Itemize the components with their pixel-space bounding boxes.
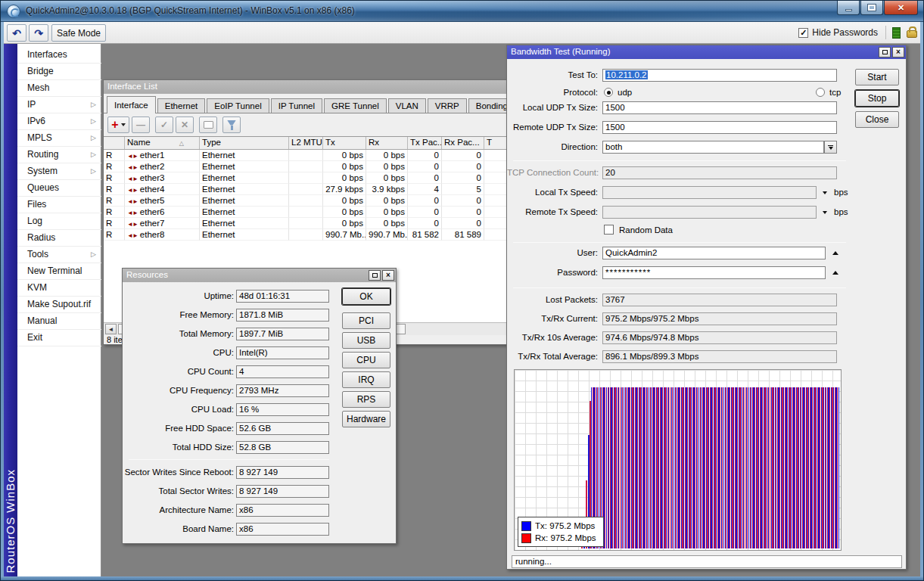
column-tx-packets[interactable]: Tx Pac...: [408, 137, 442, 149]
tab-ethernet[interactable]: Ethernet: [157, 98, 205, 113]
maximize-button[interactable]: [860, 1, 883, 15]
remove-button[interactable]: —: [132, 117, 150, 133]
rps-button[interactable]: RPS: [342, 391, 390, 408]
chevron-down-icon: [829, 147, 833, 150]
table-row[interactable]: R ◄►ether6 Ethernet 0 bps 0 bps 0 0: [104, 207, 523, 218]
sidebar-item-files[interactable]: Files: [17, 197, 101, 213]
comment-button[interactable]: [199, 117, 217, 133]
sidebar-item-exit[interactable]: Exit: [17, 330, 101, 346]
column-tx[interactable]: Tx: [323, 137, 366, 149]
stop-button[interactable]: Stop: [855, 90, 899, 107]
local-udp-size-input[interactable]: 1500: [602, 101, 837, 114]
hide-passwords-checkbox[interactable]: ✓: [798, 28, 808, 38]
filter-button[interactable]: [222, 117, 241, 133]
sidebar-item-routing[interactable]: Routing▷: [17, 147, 101, 163]
disable-button[interactable]: ✕: [176, 117, 194, 133]
sidebar-item-ip[interactable]: IP▷: [17, 97, 101, 113]
random-data-checkbox[interactable]: [604, 225, 614, 235]
tab-vlan[interactable]: VLAN: [388, 98, 426, 113]
main-titlebar[interactable]: QuickAdmin2@10.3.0.18 (BGP QuickStream I…: [1, 1, 924, 22]
hardware-button[interactable]: Hardware: [342, 411, 390, 427]
direction-dropdown-button[interactable]: [824, 141, 837, 154]
interface-list-tabs: Interface Ethernet EoIP Tunnel IP Tunnel…: [104, 95, 523, 113]
bandwidth-test-window: Bandwidth Test (Running) × Test To: 10.2…: [506, 45, 907, 570]
irq-button[interactable]: IRQ: [342, 371, 390, 388]
ok-button[interactable]: OK: [342, 288, 390, 305]
password-collapse-icon[interactable]: [832, 271, 838, 275]
sidebar-item-mpls[interactable]: MPLS▷: [17, 130, 101, 147]
sidebar-item-tools[interactable]: Tools▷: [17, 247, 101, 263]
close-button[interactable]: Close: [855, 111, 899, 128]
minimize-button[interactable]: [837, 1, 860, 15]
remote-tx-speed-input: [602, 206, 817, 219]
user-collapse-icon[interactable]: [832, 251, 838, 255]
tab-vrrp[interactable]: VRRP: [428, 98, 467, 113]
user-input[interactable]: QuickAdmin2: [602, 247, 826, 259]
udp-radio-label[interactable]: udp: [618, 88, 632, 97]
tab-gre-tunnel[interactable]: GRE Tunnel: [324, 98, 387, 113]
tab-interface[interactable]: Interface: [107, 96, 156, 113]
test-to-input[interactable]: 10.211.0.2: [602, 69, 837, 82]
usb-button[interactable]: USB: [342, 332, 390, 349]
table-row[interactable]: R ◄►ether2 Ethernet 0 bps 0 bps 0 0: [104, 161, 523, 172]
table-row[interactable]: R ◄►ether1 Ethernet 0 bps 0 bps 0 0: [104, 150, 523, 161]
sidebar-item-mesh[interactable]: Mesh: [17, 80, 101, 97]
sidebar-item-new-terminal[interactable]: New Terminal: [17, 263, 101, 280]
redo-button[interactable]: ↷: [29, 24, 48, 42]
password-input[interactable]: ***********: [602, 266, 826, 279]
checkbox-checkmark: ✓: [800, 28, 807, 38]
field-label: Total Memory:: [124, 329, 234, 338]
enable-button[interactable]: ✓: [155, 117, 173, 133]
undo-button[interactable]: ↶: [7, 24, 26, 42]
tab-eoip-tunnel[interactable]: EoIP Tunnel: [207, 98, 269, 113]
table-row[interactable]: R ◄►ether7 Ethernet 0 bps 0 bps 0 0: [104, 218, 523, 229]
column-rx[interactable]: Rx: [366, 137, 408, 149]
start-button[interactable]: Start: [855, 69, 899, 85]
column-l2mtu[interactable]: L2 MTU: [289, 137, 323, 149]
column-flag[interactable]: [104, 137, 125, 149]
bandwidth-titlebar[interactable]: Bandwidth Test (Running): [507, 45, 906, 59]
tcp-radio-label[interactable]: tcp: [829, 88, 841, 97]
table-row[interactable]: R ◄►ether4 Ethernet 27.9 kbps 3.9 kbps 4…: [104, 184, 523, 195]
sidebar-item-bridge[interactable]: Bridge: [17, 64, 101, 80]
local-speed-dropdown-icon[interactable]: [823, 191, 827, 194]
remote-udp-size-input[interactable]: 1500: [602, 121, 837, 134]
sidebar-item-radius[interactable]: Radius: [17, 230, 101, 247]
scroll-left-button[interactable]: ◄: [105, 324, 117, 334]
sidebar-item-manual[interactable]: Manual: [17, 313, 101, 330]
column-name[interactable]: Name△: [125, 137, 200, 149]
udp-radio[interactable]: [604, 88, 613, 97]
tcp-radio[interactable]: [816, 88, 825, 97]
resources-titlebar[interactable]: Resources: [123, 269, 396, 282]
random-data-label[interactable]: Random Data: [619, 225, 673, 235]
table-row[interactable]: R ◄►ether3 Ethernet 0 bps 0 bps 0 0: [104, 172, 523, 184]
safe-mode-button[interactable]: Safe Mode: [51, 24, 106, 42]
cpu-button[interactable]: CPU: [342, 352, 390, 368]
sidebar-item-log[interactable]: Log: [17, 213, 101, 230]
sidebar-item-queues[interactable]: Queues: [17, 180, 101, 197]
column-type[interactable]: Type: [200, 137, 289, 149]
winbox-logo-icon: [7, 5, 20, 18]
pci-button[interactable]: PCI: [342, 312, 390, 329]
close-button[interactable]: ×: [892, 47, 904, 57]
maximize-button[interactable]: [879, 47, 891, 57]
table-row[interactable]: R ◄►ether5 Ethernet 0 bps 0 bps 0 0: [104, 195, 523, 207]
column-rx-packets[interactable]: Rx Pac...: [442, 137, 484, 149]
close-button[interactable]: ×: [382, 270, 394, 281]
remote-speed-dropdown-icon[interactable]: [823, 211, 827, 214]
tab-ip-tunnel[interactable]: IP Tunnel: [271, 98, 322, 113]
close-button[interactable]: ✕: [884, 1, 918, 15]
sidebar-item-interfaces[interactable]: Interfaces: [17, 47, 101, 64]
sidebar-item-kvm[interactable]: KVM: [17, 280, 101, 297]
close-icon: ✕: [898, 3, 904, 13]
submenu-arrow-icon: ▷: [91, 130, 96, 146]
interface-list-titlebar[interactable]: Interface List: [104, 80, 523, 94]
sidebar-item-system[interactable]: System▷: [17, 163, 101, 180]
sidebar-item-ipv6[interactable]: IPv6▷: [17, 113, 101, 130]
direction-select[interactable]: both: [602, 141, 824, 154]
table-row[interactable]: R ◄►ether8 Ethernet 990.7 Mb... 990.7 Mb…: [104, 229, 523, 241]
submenu-arrow-icon: ▷: [91, 247, 96, 263]
add-button[interactable]: +: [107, 117, 129, 133]
sidebar-item-make-supout[interactable]: Make Supout.rif: [17, 297, 101, 313]
maximize-button[interactable]: [369, 270, 381, 281]
